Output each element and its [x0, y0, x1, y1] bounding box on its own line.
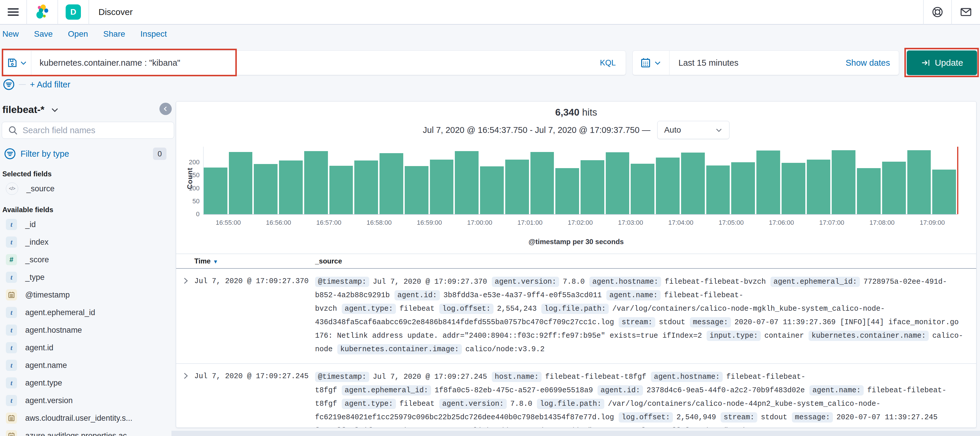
field-key-badge: agent.id: [598, 385, 643, 396]
field-key-badge: @timestamp: [315, 277, 369, 287]
expand-row-button[interactable] [176, 370, 194, 428]
field-item-@timestamp[interactable]: @timestamp [2, 286, 174, 303]
histogram-bar[interactable] [530, 152, 554, 214]
query-language-button[interactable]: KQL [600, 58, 617, 67]
toolbar-link-save[interactable]: Save [34, 29, 53, 39]
histogram-bar[interactable] [480, 166, 504, 214]
index-pattern-switcher[interactable]: filebeat-* [2, 102, 174, 121]
kibana-discover-page: D Discover NewSaveOpenShareInspec [0, 0, 980, 436]
field-name: @timestamp [25, 291, 70, 300]
discover-toolbar: NewSaveOpenShareInspect [2, 29, 167, 39]
histogram-bar[interactable] [857, 168, 881, 214]
show-dates-button[interactable]: Show dates [845, 58, 899, 68]
header-right-actions [923, 0, 980, 24]
elastic-logo[interactable] [27, 0, 57, 24]
field-item-agent.name[interactable]: tagent.name [2, 356, 174, 374]
field-value: 7.8.0 [563, 278, 585, 286]
interval-value: Auto [664, 125, 715, 135]
field-item-azure.auditlogs.properties.ac...[interactable]: azure.auditlogs.properties.ac... [2, 427, 174, 436]
histogram-bar[interactable] [731, 162, 755, 214]
collapse-sidebar-button[interactable] [159, 103, 172, 115]
toolbar-link-open[interactable]: Open [68, 29, 88, 39]
saved-query-menu-button[interactable] [3, 51, 31, 75]
histogram-bar[interactable] [807, 160, 830, 214]
histogram-bar[interactable] [932, 169, 956, 214]
histogram-bar[interactable] [505, 160, 529, 214]
query-input[interactable]: kubernetes.container.name : "kibana" KQL [31, 51, 626, 75]
chart-time-range: Jul 7, 2020 @ 16:54:37.750 - Jul 7, 2020… [423, 125, 650, 135]
histogram-bar[interactable] [229, 152, 253, 214]
selected-fields-list: </>_source [2, 180, 174, 198]
field-key-badge: stream: [619, 317, 655, 327]
field-item-aws.cloudtrail.user_identity.s...[interactable]: aws.cloudtrail.user_identity.s... [2, 409, 174, 427]
query-bar: kubernetes.container.name : "kibana" KQL… [3, 51, 977, 75]
menu-icon[interactable] [0, 0, 26, 24]
histogram-bar[interactable] [706, 166, 730, 214]
document-row: Jul 7, 2020 @ 17:09:27.370@timestamp:Jul… [176, 269, 976, 364]
help-button[interactable] [924, 0, 951, 24]
field-value: filebeat [399, 399, 434, 408]
histogram-bar[interactable] [279, 160, 303, 214]
string-type-icon: t [6, 307, 17, 318]
field-item-_score[interactable]: #_score [2, 251, 174, 268]
expand-row-button[interactable] [176, 275, 194, 356]
field-value: filebeat [399, 305, 434, 313]
field-item-_index[interactable]: t_index [2, 233, 174, 251]
field-key-badge: host.name: [492, 372, 542, 382]
field-key-badge: agent.id: [395, 290, 440, 300]
time-column-header[interactable]: Time▼ [194, 257, 315, 265]
field-key-badge: log.file.path: [541, 303, 609, 314]
histogram-bar[interactable] [405, 166, 428, 214]
field-item-agent.hostname[interactable]: tagent.hostname [2, 321, 174, 339]
histogram-bar[interactable] [606, 152, 630, 214]
histogram-bar[interactable] [329, 166, 353, 214]
chevron-down-icon [50, 105, 59, 114]
filter-icon[interactable] [3, 79, 15, 90]
histogram-bar[interactable] [354, 160, 378, 214]
toolbar-link-share[interactable]: Share [103, 29, 125, 39]
filter-divider [19, 84, 26, 85]
histogram-bar[interactable] [832, 150, 856, 214]
histogram-bar[interactable] [631, 164, 654, 214]
field-item-agent.id[interactable]: tagent.id [2, 339, 174, 356]
elastic-logo-icon [35, 5, 50, 20]
newsfeed-button[interactable] [952, 0, 980, 24]
histogram-bar[interactable] [380, 153, 403, 214]
filter-by-type-button[interactable]: Filter by type [21, 149, 148, 159]
histogram-bar[interactable] [781, 163, 805, 214]
histogram-bar[interactable] [656, 158, 679, 214]
field-item-agent.type[interactable]: tagent.type [2, 374, 174, 392]
toolbar-link-new[interactable]: New [2, 29, 19, 39]
histogram-bar[interactable] [581, 160, 604, 214]
histogram-bar[interactable] [304, 151, 328, 214]
field-item-agent.version[interactable]: tagent.version [2, 392, 174, 409]
interval-select[interactable]: Auto [657, 121, 729, 139]
field-value: filebeat-filebeat-bvzch [665, 278, 766, 286]
app-switcher[interactable]: D [58, 0, 89, 24]
source-column-header: _source [315, 257, 976, 265]
histogram-bar[interactable] [254, 164, 278, 214]
histogram-bar[interactable] [907, 150, 931, 214]
bottom-scroll-strip[interactable] [172, 431, 980, 436]
toolbar-link-inspect[interactable]: Inspect [140, 29, 167, 39]
field-item-_id[interactable]: t_id [2, 216, 174, 233]
time-range-value[interactable]: Last 15 minutes [670, 58, 845, 68]
histogram-chart: Count 050100150200 [203, 147, 958, 215]
histogram-bar[interactable] [204, 168, 228, 214]
field-search-input[interactable]: Search field names [2, 122, 174, 139]
field-item-agent.ephemeral_id[interactable]: tagent.ephemeral_id [2, 303, 174, 321]
histogram-bar[interactable] [681, 153, 705, 214]
histogram-bar[interactable] [882, 162, 906, 214]
update-button[interactable]: Update [907, 51, 977, 75]
field-item-_source[interactable]: </>_source [2, 180, 174, 198]
hits-label: hits [582, 107, 597, 118]
string-type-icon: t [6, 219, 17, 230]
histogram-bar[interactable] [455, 151, 479, 214]
histogram-bar[interactable] [756, 150, 780, 214]
date-picker-quick-menu[interactable] [633, 51, 670, 75]
field-name: agent.hostname [25, 326, 82, 335]
add-filter-button[interactable]: + Add filter [30, 80, 70, 89]
histogram-bar[interactable] [430, 160, 453, 214]
field-item-_type[interactable]: t_type [2, 268, 174, 286]
histogram-bar[interactable] [555, 168, 579, 214]
